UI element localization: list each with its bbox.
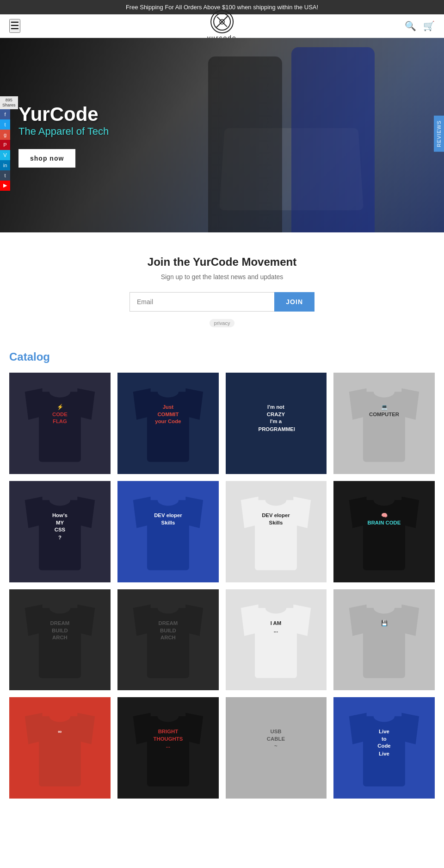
header-right: 🔍 🛒 xyxy=(405,20,435,31)
svg-point-2 xyxy=(220,19,224,24)
product-card[interactable]: DEV eloperSkills xyxy=(117,481,219,582)
header-left: ☰ xyxy=(9,19,20,33)
shares-label: Shares xyxy=(2,103,16,108)
tshirt-svg: DREAMBUILDARCH xyxy=(14,594,105,685)
product-image: How'sMYCSS? xyxy=(9,481,111,582)
svg-point-0 xyxy=(214,13,230,30)
shares-number: 895 xyxy=(2,98,16,103)
svg-point-50 xyxy=(374,603,395,614)
catalog-section: Catalog ⚡CODEFLAG xyxy=(0,341,444,817)
tshirt-svg: ∞ xyxy=(14,702,105,793)
svg-point-6 xyxy=(49,386,70,397)
product-card[interactable]: JustCOMMITyour Code xyxy=(117,373,219,474)
tshirt-svg: JustCOMMITyour Code xyxy=(123,378,214,469)
logo-icon xyxy=(210,10,234,33)
tshirt-svg: 💻COMPUTER xyxy=(339,378,430,469)
product-image: I AM... xyxy=(226,589,327,691)
privacy-link[interactable]: privacy xyxy=(210,319,235,327)
svg-point-54 xyxy=(49,711,70,722)
tshirt-svg: USBCABLE~ xyxy=(230,702,321,793)
product-card[interactable]: USBCABLE~ xyxy=(226,697,327,799)
svg-point-26 xyxy=(157,494,178,506)
tshirt-svg: 💾 xyxy=(339,594,430,685)
twitter-icon[interactable]: t xyxy=(0,119,10,130)
hero-subtitle: The Apparel of Tech xyxy=(18,125,109,137)
email-input[interactable] xyxy=(130,292,274,312)
product-card[interactable]: ∞ xyxy=(9,697,111,799)
tshirt-svg: I AM... xyxy=(230,594,321,685)
svg-point-10 xyxy=(157,386,178,397)
product-image: I'm notCRAZYI'm aPROGRAMMER xyxy=(226,373,327,474)
svg-point-42 xyxy=(157,603,178,614)
product-card[interactable]: 💻COMPUTER xyxy=(333,373,435,474)
product-image: 💾 xyxy=(333,589,435,691)
product-image: LivetoCodeLive xyxy=(333,697,435,799)
product-image: DEV eloperSkills xyxy=(117,481,219,582)
catalog-title: Catalog xyxy=(9,350,435,363)
svg-point-14 xyxy=(265,386,286,397)
reviews-tab[interactable]: REVIEWS xyxy=(434,116,444,152)
svg-point-62 xyxy=(265,711,286,722)
product-image: JustCOMMITyour Code xyxy=(117,373,219,474)
pinterest-icon[interactable]: P xyxy=(0,140,10,150)
facebook-icon[interactable]: f xyxy=(0,109,10,119)
tshirt-svg: DEV eloperSkills xyxy=(230,486,321,577)
product-image: USBCABLE~ xyxy=(226,697,327,799)
product-image: BRIGHTTHOUGHTS... xyxy=(117,697,219,799)
cart-button[interactable]: 🛒 xyxy=(423,20,435,31)
hero-section: 895 Shares f t g P V in t ▶ YurCode The … xyxy=(0,38,444,232)
product-card[interactable]: How'sMYCSS? xyxy=(9,481,111,582)
tshirt-svg: How'sMYCSS? xyxy=(14,486,105,577)
product-image: ∞ xyxy=(9,697,111,799)
tumblr-icon[interactable]: t xyxy=(0,170,10,181)
svg-line-1 xyxy=(216,16,228,27)
header-logo[interactable]: yurcode xyxy=(207,10,237,42)
hero-content: YurCode The Apparel of Tech shop now xyxy=(0,85,127,186)
tshirt-svg: LivetoCodeLive xyxy=(339,702,430,793)
product-card[interactable]: LivetoCodeLive xyxy=(333,697,435,799)
tshirt-svg: DREAMBUILDARCH xyxy=(123,594,214,685)
svg-point-66 xyxy=(374,711,395,722)
youtube-icon[interactable]: ▶ xyxy=(0,181,10,191)
product-card[interactable]: DREAMBUILDARCH xyxy=(9,589,111,691)
banner-text: Free Shipping For All Orders Above $100 … xyxy=(126,4,318,11)
shop-now-button[interactable]: shop now xyxy=(18,149,75,168)
social-sidebar: 895 Shares f t g P V in t ▶ xyxy=(0,96,18,191)
tshirt-svg: ⚡CODEFLAG xyxy=(14,378,105,469)
product-card[interactable]: DREAMBUILDARCH xyxy=(117,589,219,691)
product-image: DEV eloperSkills xyxy=(226,481,327,582)
product-card[interactable]: BRIGHTTHOUGHTS... xyxy=(117,697,219,799)
product-image: 💻COMPUTER xyxy=(333,373,435,474)
product-card[interactable]: DEV eloperSkills xyxy=(226,481,327,582)
product-card[interactable]: I AM... xyxy=(226,589,327,691)
product-card[interactable]: 🧠BRAIN CODE xyxy=(333,481,435,582)
tshirt-svg: BRIGHTTHOUGHTS... xyxy=(123,702,214,793)
svg-point-22 xyxy=(49,494,70,506)
product-image: ⚡CODEFLAG xyxy=(9,373,111,474)
svg-point-38 xyxy=(49,603,70,614)
svg-point-34 xyxy=(374,494,395,506)
newsletter-title: Join the YurCode Movement xyxy=(9,256,435,269)
social-count: 895 Shares xyxy=(0,96,18,109)
product-image: DREAMBUILDARCH xyxy=(9,589,111,691)
join-button[interactable]: JOIN xyxy=(274,292,314,312)
header: ☰ yurcode 🔍 🛒 xyxy=(0,14,444,38)
logo-svg xyxy=(213,12,231,31)
product-image: DREAMBUILDARCH xyxy=(117,589,219,691)
linkedin-icon[interactable]: in xyxy=(0,160,10,170)
product-card[interactable]: I'm notCRAZYI'm aPROGRAMMER xyxy=(226,373,327,474)
product-card[interactable]: 💾 xyxy=(333,589,435,691)
tshirt-svg: I'm notCRAZYI'm aPROGRAMMER xyxy=(230,378,321,469)
newsletter-form: JOIN xyxy=(130,292,314,312)
tshirt-svg: 🧠BRAIN CODE xyxy=(339,486,430,577)
menu-button[interactable]: ☰ xyxy=(9,19,20,33)
svg-point-18 xyxy=(374,386,395,397)
vimeo-icon[interactable]: V xyxy=(0,150,10,160)
svg-point-58 xyxy=(157,711,178,722)
tshirt-svg: DEV eloperSkills xyxy=(123,486,214,577)
product-image: 🧠BRAIN CODE xyxy=(333,481,435,582)
googleplus-icon[interactable]: g xyxy=(0,130,10,140)
product-card[interactable]: ⚡CODEFLAG xyxy=(9,373,111,474)
hero-title: YurCode xyxy=(18,103,109,125)
search-button[interactable]: 🔍 xyxy=(405,20,416,31)
